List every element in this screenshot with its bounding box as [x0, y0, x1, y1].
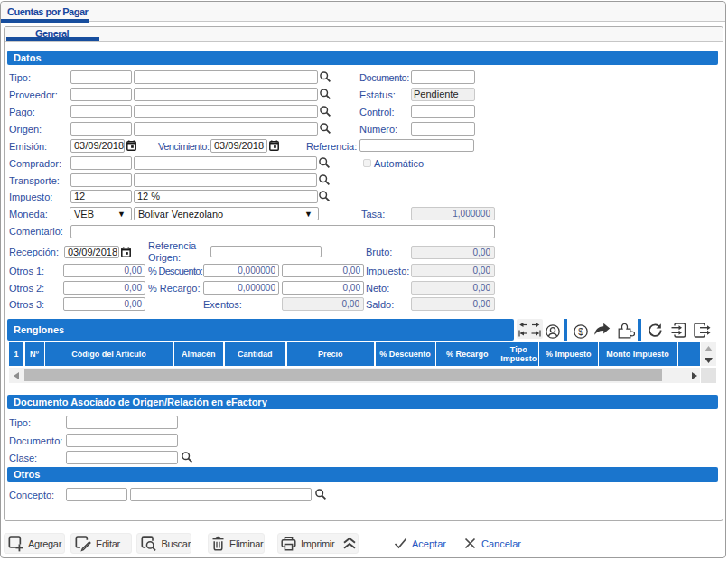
svg-text:$: $: [578, 327, 583, 337]
